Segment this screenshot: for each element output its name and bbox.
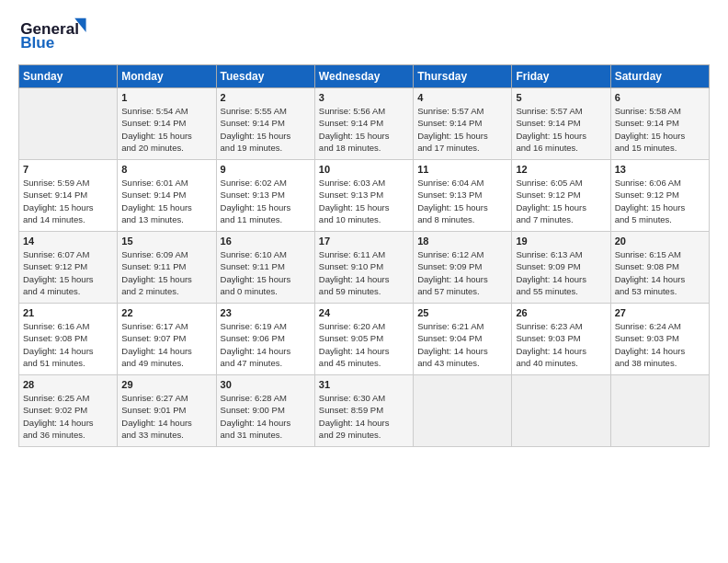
day-cell — [610, 375, 709, 447]
day-number: 27 — [615, 307, 705, 318]
day-info: Sunrise: 5:57 AM Sunset: 9:14 PM Dayligh… — [417, 105, 507, 154]
day-info: Sunrise: 6:11 AM Sunset: 9:10 PM Dayligh… — [319, 248, 409, 297]
day-number: 23 — [221, 307, 311, 318]
day-header-friday: Friday — [512, 65, 610, 88]
day-cell: 19Sunrise: 6:13 AM Sunset: 9:09 PM Dayli… — [512, 232, 610, 304]
day-cell: 26Sunrise: 6:23 AM Sunset: 9:03 PM Dayli… — [512, 304, 610, 375]
day-number: 7 — [23, 164, 113, 175]
day-cell: 28Sunrise: 6:25 AM Sunset: 9:02 PM Dayli… — [19, 375, 118, 447]
day-cell: 20Sunrise: 6:15 AM Sunset: 9:08 PM Dayli… — [610, 232, 709, 304]
svg-text:Blue: Blue — [20, 33, 54, 52]
day-header-tuesday: Tuesday — [216, 65, 314, 88]
day-cell: 16Sunrise: 6:10 AM Sunset: 9:11 PM Dayli… — [216, 232, 314, 304]
day-cell: 11Sunrise: 6:04 AM Sunset: 9:13 PM Dayli… — [414, 160, 512, 232]
day-cell: 3Sunrise: 5:56 AM Sunset: 9:14 PM Daylig… — [314, 88, 413, 160]
day-cell: 5Sunrise: 5:57 AM Sunset: 9:14 PM Daylig… — [512, 88, 610, 160]
day-info: Sunrise: 6:01 AM Sunset: 9:14 PM Dayligh… — [121, 177, 211, 225]
day-info: Sunrise: 5:57 AM Sunset: 9:14 PM Dayligh… — [516, 105, 606, 154]
day-number: 29 — [121, 379, 211, 390]
day-cell: 13Sunrise: 6:06 AM Sunset: 9:12 PM Dayli… — [610, 160, 709, 232]
logo: General Blue — [18, 15, 101, 55]
day-info: Sunrise: 6:17 AM Sunset: 9:07 PM Dayligh… — [121, 320, 211, 369]
day-cell: 1Sunrise: 5:54 AM Sunset: 9:14 PM Daylig… — [118, 88, 216, 160]
day-number: 28 — [23, 379, 113, 390]
day-info: Sunrise: 6:25 AM Sunset: 9:02 PM Dayligh… — [23, 392, 113, 441]
day-info: Sunrise: 6:03 AM Sunset: 9:13 PM Dayligh… — [319, 177, 409, 225]
day-cell — [414, 375, 512, 447]
day-cell: 2Sunrise: 5:55 AM Sunset: 9:14 PM Daylig… — [216, 88, 314, 160]
day-number: 10 — [319, 164, 409, 175]
day-header-saturday: Saturday — [610, 65, 709, 88]
day-number: 9 — [221, 164, 311, 175]
day-info: Sunrise: 6:20 AM Sunset: 9:05 PM Dayligh… — [319, 320, 409, 369]
day-info: Sunrise: 5:59 AM Sunset: 9:14 PM Dayligh… — [23, 177, 113, 225]
day-info: Sunrise: 6:30 AM Sunset: 8:59 PM Dayligh… — [319, 392, 409, 441]
day-cell: 7Sunrise: 5:59 AM Sunset: 9:14 PM Daylig… — [19, 160, 118, 232]
day-info: Sunrise: 6:16 AM Sunset: 9:08 PM Dayligh… — [23, 320, 113, 369]
day-cell: 24Sunrise: 6:20 AM Sunset: 9:05 PM Dayli… — [314, 304, 413, 375]
day-cell: 4Sunrise: 5:57 AM Sunset: 9:14 PM Daylig… — [414, 88, 512, 160]
day-number: 8 — [121, 164, 211, 175]
calendar-table: SundayMondayTuesdayWednesdayThursdayFrid… — [18, 64, 710, 447]
day-number: 18 — [417, 236, 507, 247]
day-info: Sunrise: 6:12 AM Sunset: 9:09 PM Dayligh… — [417, 248, 507, 297]
day-header-sunday: Sunday — [19, 65, 118, 88]
day-info: Sunrise: 6:15 AM Sunset: 9:08 PM Dayligh… — [615, 248, 705, 297]
day-info: Sunrise: 6:21 AM Sunset: 9:04 PM Dayligh… — [417, 320, 507, 369]
header: General Blue — [18, 15, 710, 55]
day-number: 26 — [516, 307, 606, 318]
day-info: Sunrise: 5:54 AM Sunset: 9:14 PM Dayligh… — [121, 105, 211, 154]
week-row-2: 7Sunrise: 5:59 AM Sunset: 9:14 PM Daylig… — [19, 160, 710, 232]
day-info: Sunrise: 5:56 AM Sunset: 9:14 PM Dayligh… — [319, 105, 409, 154]
day-info: Sunrise: 6:23 AM Sunset: 9:03 PM Dayligh… — [516, 320, 606, 369]
day-info: Sunrise: 6:09 AM Sunset: 9:11 PM Dayligh… — [121, 248, 211, 297]
day-cell: 21Sunrise: 6:16 AM Sunset: 9:08 PM Dayli… — [19, 304, 118, 375]
day-number: 31 — [319, 379, 409, 390]
day-cell: 14Sunrise: 6:07 AM Sunset: 9:12 PM Dayli… — [19, 232, 118, 304]
day-cell: 22Sunrise: 6:17 AM Sunset: 9:07 PM Dayli… — [118, 304, 216, 375]
day-cell: 29Sunrise: 6:27 AM Sunset: 9:01 PM Dayli… — [118, 375, 216, 447]
day-number: 22 — [121, 307, 211, 318]
day-cell: 9Sunrise: 6:02 AM Sunset: 9:13 PM Daylig… — [216, 160, 314, 232]
day-info: Sunrise: 6:10 AM Sunset: 9:11 PM Dayligh… — [221, 248, 311, 297]
day-info: Sunrise: 6:28 AM Sunset: 9:00 PM Dayligh… — [221, 392, 311, 441]
day-info: Sunrise: 6:04 AM Sunset: 9:13 PM Dayligh… — [417, 177, 507, 225]
day-info: Sunrise: 6:24 AM Sunset: 9:03 PM Dayligh… — [615, 320, 705, 369]
day-number: 12 — [516, 164, 606, 175]
day-info: Sunrise: 6:27 AM Sunset: 9:01 PM Dayligh… — [121, 392, 211, 441]
day-cell: 18Sunrise: 6:12 AM Sunset: 9:09 PM Dayli… — [414, 232, 512, 304]
day-cell: 10Sunrise: 6:03 AM Sunset: 9:13 PM Dayli… — [314, 160, 413, 232]
day-cell: 6Sunrise: 5:58 AM Sunset: 9:14 PM Daylig… — [610, 88, 709, 160]
week-row-3: 14Sunrise: 6:07 AM Sunset: 9:12 PM Dayli… — [19, 232, 710, 304]
day-number: 11 — [417, 164, 507, 175]
day-info: Sunrise: 6:02 AM Sunset: 9:13 PM Dayligh… — [221, 177, 311, 225]
week-row-4: 21Sunrise: 6:16 AM Sunset: 9:08 PM Dayli… — [19, 304, 710, 375]
day-cell: 23Sunrise: 6:19 AM Sunset: 9:06 PM Dayli… — [216, 304, 314, 375]
day-number: 16 — [221, 236, 311, 247]
day-info: Sunrise: 6:06 AM Sunset: 9:12 PM Dayligh… — [615, 177, 705, 225]
week-row-5: 28Sunrise: 6:25 AM Sunset: 9:02 PM Dayli… — [19, 375, 710, 447]
day-number: 1 — [121, 92, 211, 103]
day-cell: 15Sunrise: 6:09 AM Sunset: 9:11 PM Dayli… — [118, 232, 216, 304]
day-number: 21 — [23, 307, 113, 318]
day-info: Sunrise: 5:58 AM Sunset: 9:14 PM Dayligh… — [615, 105, 705, 154]
day-number: 2 — [221, 92, 311, 103]
day-info: Sunrise: 6:13 AM Sunset: 9:09 PM Dayligh… — [516, 248, 606, 297]
day-cell — [19, 88, 118, 160]
day-number: 14 — [23, 236, 113, 247]
day-cell: 17Sunrise: 6:11 AM Sunset: 9:10 PM Dayli… — [314, 232, 413, 304]
day-cell: 30Sunrise: 6:28 AM Sunset: 9:00 PM Dayli… — [216, 375, 314, 447]
day-info: Sunrise: 6:07 AM Sunset: 9:12 PM Dayligh… — [23, 248, 113, 297]
day-number: 3 — [319, 92, 409, 103]
day-number: 30 — [221, 379, 311, 390]
day-header-wednesday: Wednesday — [314, 65, 413, 88]
day-info: Sunrise: 5:55 AM Sunset: 9:14 PM Dayligh… — [221, 105, 311, 154]
day-header-thursday: Thursday — [414, 65, 512, 88]
day-number: 25 — [417, 307, 507, 318]
day-cell: 8Sunrise: 6:01 AM Sunset: 9:14 PM Daylig… — [118, 160, 216, 232]
day-header-monday: Monday — [118, 65, 216, 88]
day-info: Sunrise: 6:05 AM Sunset: 9:12 PM Dayligh… — [516, 177, 606, 225]
day-number: 24 — [319, 307, 409, 318]
week-row-1: 1Sunrise: 5:54 AM Sunset: 9:14 PM Daylig… — [19, 88, 710, 160]
day-cell: 12Sunrise: 6:05 AM Sunset: 9:12 PM Dayli… — [512, 160, 610, 232]
